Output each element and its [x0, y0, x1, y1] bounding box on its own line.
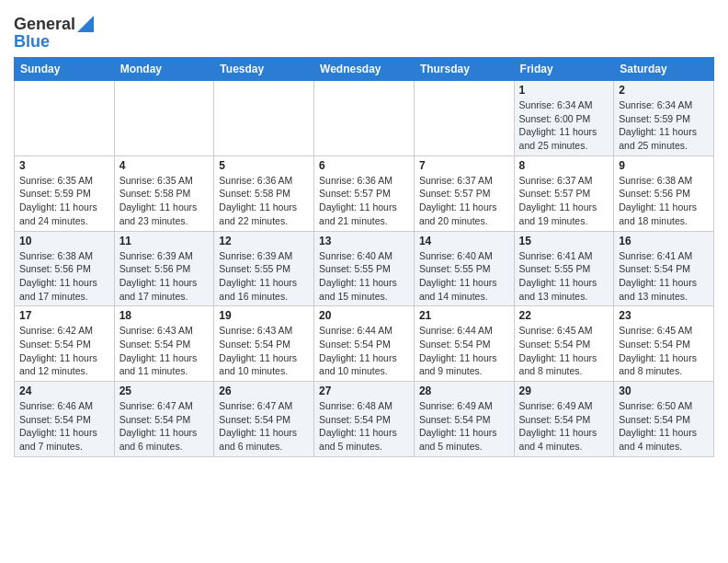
day-info: Sunrise: 6:37 AMSunset: 5:57 PMDaylight:…: [519, 174, 609, 228]
svg-marker-0: [77, 16, 94, 32]
weekday-header-sunday: Sunday: [15, 58, 115, 81]
day-info: Sunrise: 6:41 AMSunset: 5:54 PMDaylight:…: [619, 249, 709, 304]
day-info: Sunrise: 6:41 AMSunset: 5:55 PMDaylight:…: [519, 249, 609, 304]
calendar-cell: 2Sunrise: 6:34 AMSunset: 5:59 PMDaylight…: [614, 81, 714, 156]
day-number: 2: [619, 84, 709, 97]
day-number: 6: [319, 159, 409, 172]
calendar-cell: 22Sunrise: 6:45 AMSunset: 5:54 PMDayligh…: [514, 306, 614, 382]
day-number: 19: [219, 309, 309, 322]
day-number: 4: [119, 159, 210, 172]
day-info: Sunrise: 6:38 AMSunset: 5:56 PMDaylight:…: [19, 249, 109, 304]
day-info: Sunrise: 6:44 AMSunset: 5:54 PMDaylight:…: [419, 324, 509, 378]
calendar-cell: 21Sunrise: 6:44 AMSunset: 5:54 PMDayligh…: [414, 306, 514, 382]
calendar-table: SundayMondayTuesdayWednesdayThursdayFrid…: [14, 57, 714, 457]
calendar-cell: 3Sunrise: 6:35 AMSunset: 5:59 PMDaylight…: [15, 155, 115, 231]
day-info: Sunrise: 6:47 AMSunset: 5:54 PMDaylight:…: [119, 399, 210, 454]
logo-icon: [77, 16, 94, 32]
calendar-cell: 8Sunrise: 6:37 AMSunset: 5:57 PMDaylight…: [514, 155, 614, 231]
day-info: Sunrise: 6:39 AMSunset: 5:55 PMDaylight:…: [219, 249, 309, 304]
day-info: Sunrise: 6:36 AMSunset: 5:58 PMDaylight:…: [219, 174, 309, 228]
day-number: 29: [519, 385, 609, 397]
calendar-week-row: 10Sunrise: 6:38 AMSunset: 5:56 PMDayligh…: [15, 231, 714, 306]
calendar-cell: 4Sunrise: 6:35 AMSunset: 5:58 PMDaylight…: [114, 155, 214, 231]
day-number: 24: [19, 385, 109, 397]
day-info: Sunrise: 6:50 AMSunset: 5:54 PMDaylight:…: [619, 399, 709, 454]
day-info: Sunrise: 6:35 AMSunset: 5:59 PMDaylight:…: [19, 174, 109, 228]
day-info: Sunrise: 6:39 AMSunset: 5:56 PMDaylight:…: [119, 249, 210, 304]
day-info: Sunrise: 6:40 AMSunset: 5:55 PMDaylight:…: [419, 249, 509, 304]
day-info: Sunrise: 6:37 AMSunset: 5:57 PMDaylight:…: [419, 174, 509, 228]
page-header: General Blue: [14, 9, 714, 52]
calendar-cell: 27Sunrise: 6:48 AMSunset: 5:54 PMDayligh…: [314, 382, 415, 457]
day-number: 5: [219, 159, 309, 172]
day-info: Sunrise: 6:38 AMSunset: 5:56 PMDaylight:…: [619, 174, 709, 228]
calendar-cell: 18Sunrise: 6:43 AMSunset: 5:54 PMDayligh…: [114, 306, 214, 382]
day-info: Sunrise: 6:49 AMSunset: 5:54 PMDaylight:…: [419, 399, 509, 454]
calendar-cell: 29Sunrise: 6:49 AMSunset: 5:54 PMDayligh…: [514, 382, 614, 457]
calendar-cell: [414, 81, 514, 156]
calendar-cell: 7Sunrise: 6:37 AMSunset: 5:57 PMDaylight…: [414, 155, 514, 231]
calendar-cell: 19Sunrise: 6:43 AMSunset: 5:54 PMDayligh…: [214, 306, 314, 382]
calendar-cell: 24Sunrise: 6:46 AMSunset: 5:54 PMDayligh…: [15, 382, 115, 457]
day-info: Sunrise: 6:46 AMSunset: 5:54 PMDaylight:…: [19, 399, 109, 454]
day-number: 9: [619, 159, 709, 172]
day-number: 1: [519, 84, 609, 97]
day-number: 22: [519, 309, 609, 322]
calendar-cell: 14Sunrise: 6:40 AMSunset: 5:55 PMDayligh…: [414, 231, 514, 306]
day-info: Sunrise: 6:34 AMSunset: 5:59 PMDaylight:…: [619, 98, 709, 153]
day-info: Sunrise: 6:34 AMSunset: 6:00 PMDaylight:…: [519, 98, 609, 153]
logo-general: General: [14, 15, 75, 34]
calendar-cell: 10Sunrise: 6:38 AMSunset: 5:56 PMDayligh…: [15, 231, 115, 306]
day-number: 11: [119, 235, 210, 247]
calendar-cell: 23Sunrise: 6:45 AMSunset: 5:54 PMDayligh…: [614, 306, 714, 382]
day-info: Sunrise: 6:45 AMSunset: 5:54 PMDaylight:…: [519, 324, 609, 378]
calendar-week-row: 24Sunrise: 6:46 AMSunset: 5:54 PMDayligh…: [15, 382, 714, 457]
calendar-cell: [15, 81, 115, 156]
day-number: 8: [519, 159, 609, 172]
weekday-header-thursday: Thursday: [414, 58, 514, 81]
calendar-cell: 13Sunrise: 6:40 AMSunset: 5:55 PMDayligh…: [314, 231, 415, 306]
weekday-header-monday: Monday: [114, 58, 214, 81]
day-number: 15: [519, 235, 609, 247]
day-info: Sunrise: 6:43 AMSunset: 5:54 PMDaylight:…: [119, 324, 210, 378]
calendar-cell: 6Sunrise: 6:36 AMSunset: 5:57 PMDaylight…: [314, 155, 415, 231]
day-number: 27: [319, 385, 409, 397]
calendar-cell: 5Sunrise: 6:36 AMSunset: 5:58 PMDaylight…: [214, 155, 314, 231]
weekday-header-saturday: Saturday: [614, 58, 714, 81]
calendar-cell: 16Sunrise: 6:41 AMSunset: 5:54 PMDayligh…: [614, 231, 714, 306]
day-number: 30: [619, 385, 709, 397]
day-number: 28: [419, 385, 509, 397]
weekday-header-row: SundayMondayTuesdayWednesdayThursdayFrid…: [15, 58, 714, 81]
calendar-cell: 1Sunrise: 6:34 AMSunset: 6:00 PMDaylight…: [514, 81, 614, 156]
weekday-header-tuesday: Tuesday: [214, 58, 314, 81]
calendar-cell: 30Sunrise: 6:50 AMSunset: 5:54 PMDayligh…: [614, 382, 714, 457]
weekday-header-friday: Friday: [514, 58, 614, 81]
day-number: 17: [19, 309, 109, 322]
day-info: Sunrise: 6:42 AMSunset: 5:54 PMDaylight:…: [19, 324, 109, 378]
day-number: 13: [319, 235, 409, 247]
day-number: 16: [619, 235, 709, 247]
weekday-header-wednesday: Wednesday: [314, 58, 415, 81]
day-number: 3: [19, 159, 109, 172]
day-number: 20: [319, 309, 409, 322]
calendar-cell: 20Sunrise: 6:44 AMSunset: 5:54 PMDayligh…: [314, 306, 415, 382]
day-info: Sunrise: 6:44 AMSunset: 5:54 PMDaylight:…: [319, 324, 409, 378]
calendar-cell: 26Sunrise: 6:47 AMSunset: 5:54 PMDayligh…: [214, 382, 314, 457]
calendar-week-row: 17Sunrise: 6:42 AMSunset: 5:54 PMDayligh…: [15, 306, 714, 382]
day-info: Sunrise: 6:49 AMSunset: 5:54 PMDaylight:…: [519, 399, 609, 454]
day-info: Sunrise: 6:45 AMSunset: 5:54 PMDaylight:…: [619, 324, 709, 378]
day-number: 18: [119, 309, 210, 322]
calendar-cell: 9Sunrise: 6:38 AMSunset: 5:56 PMDaylight…: [614, 155, 714, 231]
day-number: 12: [219, 235, 309, 247]
day-info: Sunrise: 6:40 AMSunset: 5:55 PMDaylight:…: [319, 249, 409, 304]
day-number: 10: [19, 235, 109, 247]
calendar-cell: [314, 81, 415, 156]
day-info: Sunrise: 6:48 AMSunset: 5:54 PMDaylight:…: [319, 399, 409, 454]
calendar-cell: 25Sunrise: 6:47 AMSunset: 5:54 PMDayligh…: [114, 382, 214, 457]
day-info: Sunrise: 6:47 AMSunset: 5:54 PMDaylight:…: [219, 399, 309, 454]
calendar-cell: 12Sunrise: 6:39 AMSunset: 5:55 PMDayligh…: [214, 231, 314, 306]
calendar-cell: 11Sunrise: 6:39 AMSunset: 5:56 PMDayligh…: [114, 231, 214, 306]
day-number: 21: [419, 309, 509, 322]
logo-blue: Blue: [14, 32, 94, 52]
calendar-cell: 15Sunrise: 6:41 AMSunset: 5:55 PMDayligh…: [514, 231, 614, 306]
